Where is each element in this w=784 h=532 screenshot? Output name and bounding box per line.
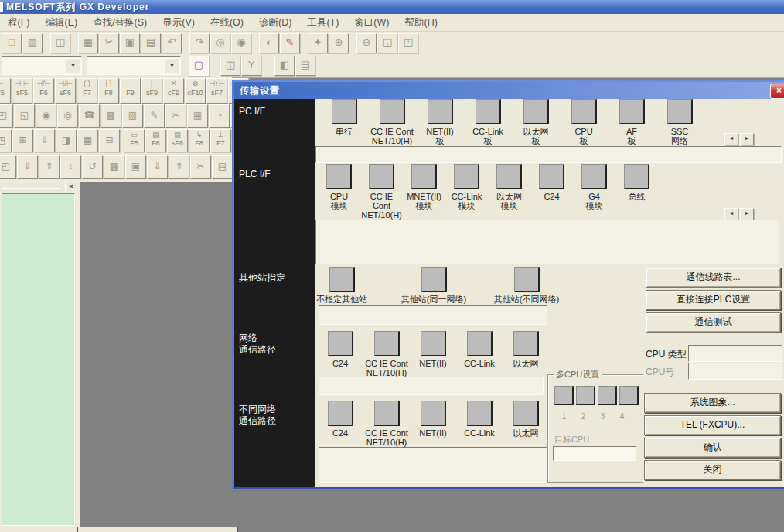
module-icon[interactable]	[374, 331, 400, 356]
ladder-symbol-button[interactable]: —F9	[120, 78, 141, 104]
module-icon[interactable]	[328, 401, 353, 426]
toolbar-button[interactable]: ◰	[398, 33, 418, 53]
module-icon[interactable]	[571, 99, 597, 124]
toolbar-button[interactable]: ⇑	[169, 155, 189, 179]
plc-if-detail-field[interactable]	[315, 220, 779, 264]
ladder-symbol-button[interactable]: ⊣↑⊢sF7	[206, 78, 227, 104]
module-option[interactable]: 以太网	[503, 401, 549, 447]
toolbar-button[interactable]: ▣	[120, 33, 140, 53]
toolbar-button[interactable]: ◰	[0, 155, 16, 179]
toolbar-button[interactable]: ⊥F7	[210, 129, 231, 152]
other-station-detail-field[interactable]	[319, 305, 547, 325]
module-icon[interactable]	[369, 164, 394, 189]
toolbar-button[interactable]: Y	[241, 56, 261, 76]
module-icon[interactable]	[496, 164, 522, 189]
toolbar-button[interactable]: ⊟	[99, 129, 120, 152]
menu-item[interactable]: 程(F)	[0, 16, 37, 29]
toolbar-button[interactable]: ◱	[14, 104, 35, 128]
project-tree-panel[interactable]	[2, 193, 75, 526]
toolbar-button[interactable]: ◱	[377, 33, 397, 53]
tel-fxcpu-button[interactable]: TEL (FXCPU)...	[644, 415, 781, 435]
toolbar-button[interactable]: ▭F5	[124, 129, 145, 152]
module-icon[interactable]	[667, 99, 693, 124]
module-icon[interactable]	[514, 267, 540, 292]
module-icon[interactable]	[619, 99, 645, 124]
module-icon[interactable]	[581, 164, 607, 189]
toolbar-button[interactable]: ▦	[187, 104, 208, 128]
module-option[interactable]: NET(II)	[410, 401, 456, 447]
module-option[interactable]: CC-Link	[456, 401, 503, 447]
toolbar-button[interactable]: ⇓	[17, 155, 38, 179]
toolbar-button[interactable]: ▨	[122, 104, 143, 128]
line-table-button[interactable]: 通信线路表...	[646, 268, 781, 288]
ladder-symbol-button[interactable]: ( )F7	[77, 78, 97, 104]
module-icon[interactable]	[428, 99, 453, 124]
module-option[interactable]: 其他站(同一网络)	[388, 267, 479, 304]
ladder-symbol-button[interactable]: ⊣/⊢sF6	[55, 78, 76, 104]
toolbar-button[interactable]: ▩	[101, 104, 121, 128]
module-icon[interactable]	[467, 331, 493, 356]
target-cpu-field[interactable]	[553, 446, 636, 461]
direct-plc-setting-button[interactable]: 直接连接PLC设置	[646, 290, 781, 310]
menu-item[interactable]: 窗口(W)	[346, 16, 397, 29]
module-icon[interactable]	[421, 331, 446, 356]
toolbar-button[interactable]: ▤	[141, 33, 161, 53]
scroll-left-icon[interactable]: ◄	[724, 208, 738, 220]
menu-item[interactable]: 帮助(H)	[397, 16, 445, 29]
toolbar-button[interactable]: ⇓	[147, 155, 168, 179]
toolbar-button[interactable]: ▦	[77, 129, 98, 152]
close-icon[interactable]: ×	[65, 182, 77, 193]
ladder-symbol-button[interactable]: ⊗cF10	[185, 78, 206, 104]
menu-item[interactable]: 查找/替换(S)	[85, 16, 155, 29]
module-option[interactable]: 以太网	[503, 331, 549, 377]
toolbar-button[interactable]: ↷	[189, 33, 210, 53]
module-icon[interactable]	[421, 401, 446, 426]
toolbar-button[interactable]: ▩	[104, 155, 124, 179]
toolbar-button[interactable]: ⊞	[12, 129, 33, 152]
toolbar-button[interactable]: ◎	[210, 33, 230, 53]
toolbar-button[interactable]: ▤	[295, 56, 315, 76]
toolbar-button[interactable]: ↶	[162, 33, 182, 53]
ladder-symbol-button[interactable]: { }F8	[98, 78, 119, 104]
module-icon[interactable]	[624, 164, 649, 189]
scroll-left-icon[interactable]: ◄	[724, 133, 738, 145]
program-select-combo[interactable]: ▼	[2, 56, 82, 75]
toolbar-button[interactable]: ▣	[125, 155, 146, 179]
toolbar-button[interactable]: ✂	[190, 155, 211, 179]
toolbar-button[interactable]: ▤F6	[145, 129, 166, 152]
toolbar-button[interactable]: ◧	[274, 56, 295, 76]
toolbar-button[interactable]: ↕	[60, 155, 81, 179]
module-icon[interactable]	[328, 331, 353, 356]
toolbar-button[interactable]: ◎	[57, 104, 78, 128]
scroll-right-icon[interactable]: ►	[740, 208, 754, 220]
toolbar-button[interactable]: ◳	[0, 129, 12, 152]
module-icon[interactable]	[539, 164, 564, 189]
toolbar-button[interactable]: □	[2, 33, 22, 53]
module-icon[interactable]	[513, 401, 539, 426]
toolbar-button[interactable]: ↳F8	[189, 129, 210, 152]
module-option[interactable]: NET(II)	[410, 331, 456, 377]
toolbar-button[interactable]: ⊕	[329, 33, 349, 53]
toolbar-button[interactable]: ▢	[189, 56, 209, 76]
ladder-symbol-button[interactable]: │sF9	[141, 78, 162, 104]
module-icon[interactable]	[332, 99, 357, 124]
module-icon[interactable]	[329, 267, 355, 292]
module-icon[interactable]	[326, 164, 352, 189]
module-icon[interactable]	[454, 164, 479, 189]
chevron-down-icon[interactable]: ▼	[66, 58, 80, 73]
module-option[interactable]: CC IE Cont NET/10(H)	[363, 401, 410, 447]
toolbar-button[interactable]: ⇑	[39, 155, 60, 179]
ladder-symbol-button[interactable]: ✕cF9	[163, 78, 184, 104]
module-icon[interactable]	[374, 401, 400, 426]
ok-button[interactable]: 确认	[644, 438, 781, 458]
toolbar-button[interactable]: ⊖	[356, 33, 377, 53]
toolbar-button[interactable]: ⇓	[34, 129, 55, 152]
module-icon[interactable]	[380, 99, 405, 124]
cpu-no-field[interactable]	[688, 363, 782, 380]
toolbar-button[interactable]: ◨	[56, 129, 77, 152]
module-icon[interactable]	[476, 99, 501, 124]
edit-mode-combo[interactable]: ▼	[87, 56, 181, 75]
menu-item[interactable]: 诊断(D)	[251, 16, 299, 29]
system-image-button[interactable]: 系统图象...	[644, 393, 781, 413]
scroll-right-icon[interactable]: ►	[740, 133, 754, 145]
